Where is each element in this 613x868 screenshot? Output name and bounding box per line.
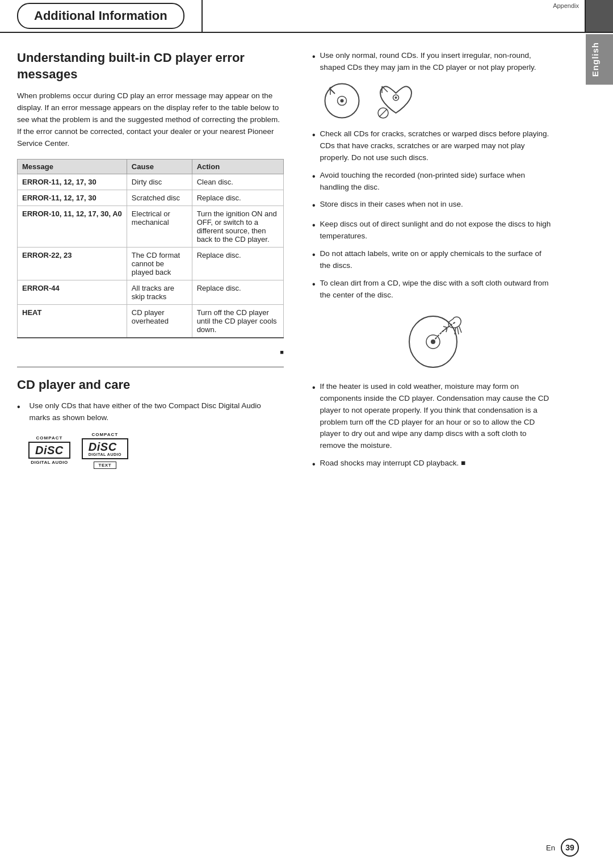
table-cell-message: ERROR-44: [18, 280, 127, 304]
svg-line-15: [457, 328, 459, 334]
page-footer: En 39: [546, 838, 579, 857]
cd-round-icon: [324, 82, 360, 119]
appendix-label: Appendix: [553, 2, 579, 9]
cd-nonround-container: [377, 82, 414, 120]
svg-line-16: [459, 326, 461, 333]
page-header: Appendix Additional Information: [0, 0, 613, 33]
bullet-item: Avoid touching the recorded (non-printed…: [312, 170, 553, 194]
svg-line-18: [443, 326, 447, 328]
cd-logos: COMPACT DiSC DIGITAL AUDIO COMPACT DiSC …: [28, 432, 284, 469]
cd-logo2-disc: DiSC DIGITAL AUDIO: [82, 438, 128, 459]
table-cell-message: ERROR-11, 12, 17, 30: [18, 174, 127, 190]
bullet-text: Check all CDs for cracks, scratches or w…: [320, 128, 553, 164]
table-row: ERROR-11, 12, 17, 30Scratched discReplac…: [18, 190, 284, 206]
table-cell-action: Turn the ignition ON and OFF, or switch …: [192, 206, 283, 247]
page-title: Additional Information: [17, 3, 184, 29]
no-icon-overlay: [377, 82, 414, 119]
table-cell-cause: Electrical or mechanical: [127, 206, 192, 247]
section1-body: When problems occur during CD play an er…: [17, 90, 284, 150]
table-cell-action: Replace disc.: [192, 190, 283, 206]
table-row: HEATCD player overheatedTurn off the CD …: [18, 304, 284, 338]
table-header-message: Message: [18, 159, 127, 174]
error-table: Message Cause Action ERROR-11, 12, 17, 3…: [17, 159, 284, 338]
header-right-block: [586, 0, 613, 32]
section2-title: CD player and care: [17, 378, 284, 392]
table-cell-cause: The CD format cannot be played back: [127, 247, 192, 280]
table-header-cause: Cause: [127, 159, 192, 174]
page-number: 39: [561, 838, 579, 857]
bullet-item-cds: Use only CDs that have either of the two…: [17, 400, 284, 424]
table-cell-action: Clean disc.: [192, 174, 283, 190]
table-cell-cause: CD player overheated: [127, 304, 192, 338]
cd-logo1-mid: DiSC: [35, 445, 64, 456]
bullet-item: Do not attach labels, write on or apply …: [312, 248, 553, 272]
cd-logo1-disc: DiSC: [28, 442, 70, 459]
section-divider: [17, 367, 284, 367]
header-left: Additional Information: [0, 0, 201, 32]
cd-logo2-mid: DiSC: [89, 441, 121, 452]
bullet-item: Store discs in their cases when not in u…: [312, 199, 553, 213]
table-row: ERROR-10, 11, 12, 17, 30, A0Electrical o…: [18, 206, 284, 247]
right-bullet-list: Use only normal, round CDs. If you inser…: [312, 50, 553, 472]
table-cell-message: ERROR-22, 23: [18, 247, 127, 280]
table-row: ERROR-44All tracks are skip tracksReplac…: [18, 280, 284, 304]
bullet-item: Use only normal, round CDs. If you inser…: [312, 50, 553, 74]
section1-title: Understanding built-in CD player error m…: [17, 50, 284, 82]
main-content: Understanding built-in CD player error m…: [0, 33, 613, 494]
bullet-text: Use only CDs that have either of the two…: [30, 400, 284, 424]
bullet-item: Check all CDs for cracks, scratches or w…: [312, 128, 553, 164]
bullet-text: Store discs in their cases when not in u…: [320, 199, 463, 211]
cd-shape-icons: [324, 82, 553, 120]
left-column: Understanding built-in CD player error m…: [17, 50, 289, 477]
bullet-text: Road shocks may interrupt CD playback. ■: [320, 458, 466, 469]
bullet-text: If the heater is used in cold weather, m…: [320, 381, 553, 452]
bullet-text: To clean dirt from a CD, wipe the disc w…: [320, 278, 553, 301]
bullet-text: Keep discs out of direct sunlight and do…: [320, 219, 553, 242]
table-cell-message: ERROR-11, 12, 17, 30: [18, 190, 127, 206]
section2-bullet-list: Use only CDs that have either of the two…: [17, 400, 284, 424]
table-cell-message: HEAT: [18, 304, 127, 338]
wipe-illustration: [312, 311, 553, 373]
bullet-item: Road shocks may interrupt CD playback. ■: [312, 458, 553, 472]
cd-logo1-top: COMPACT: [36, 435, 62, 441]
cd-logo1-bot: DIGITAL AUDIO: [31, 460, 68, 465]
table-header-action: Action: [192, 159, 283, 174]
table-cell-cause: Dirty disc: [127, 174, 192, 190]
cd-logo2-mid2: DIGITAL AUDIO: [89, 452, 121, 456]
language-tab: English: [586, 34, 613, 85]
bullet-item: Keep discs out of direct sunlight and do…: [312, 219, 553, 242]
right-column: Use only normal, round CDs. If you inser…: [312, 50, 585, 477]
english-sidebar: English: [586, 34, 613, 85]
bullet-item: If the heater is used in cold weather, m…: [312, 381, 553, 452]
svg-line-10: [379, 109, 387, 117]
table-row: ERROR-22, 23The CD format cannot be play…: [18, 247, 284, 280]
table-cell-message: ERROR-10, 11, 12, 17, 30, A0: [18, 206, 127, 247]
table-cell-action: Replace disc.: [192, 247, 283, 280]
bullet-text: Avoid touching the recorded (non-printed…: [320, 170, 553, 194]
table-end-icon: ■: [17, 349, 284, 355]
table-row: ERROR-11, 12, 17, 30Dirty discClean disc…: [18, 174, 284, 190]
table-cell-cause: All tracks are skip tracks: [127, 280, 192, 304]
table-cell-action: Turn off the CD player until the CD play…: [192, 304, 283, 338]
cd-logo-2: COMPACT DiSC DIGITAL AUDIO TEXT: [82, 432, 128, 469]
table-cell-action: Replace disc.: [192, 280, 283, 304]
table-cell-cause: Scratched disc: [127, 190, 192, 206]
bullet-item: To clean dirt from a CD, wipe the disc w…: [312, 278, 553, 301]
bullet-text: Do not attach labels, write on or apply …: [320, 248, 553, 272]
cd-logo-1: COMPACT DiSC DIGITAL AUDIO: [28, 435, 70, 465]
en-label: En: [546, 844, 555, 852]
cd-logo2-bot: TEXT: [94, 462, 116, 469]
header-middle: [201, 0, 586, 32]
svg-point-2: [341, 99, 344, 103]
bullet-text: Use only normal, round CDs. If you inser…: [320, 50, 553, 74]
wipe-cd-icon: [399, 311, 467, 373]
cd-logo2-top: COMPACT: [91, 432, 118, 437]
